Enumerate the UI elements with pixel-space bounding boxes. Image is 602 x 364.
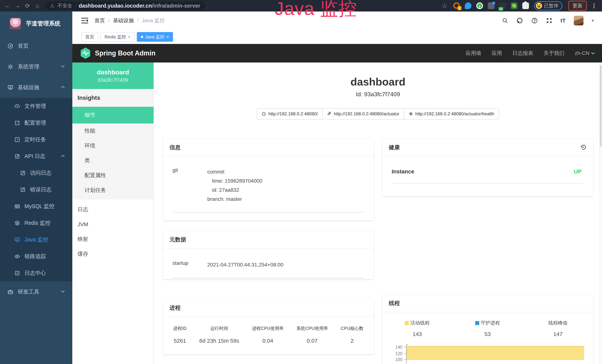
sidebar-collapse-icon[interactable] (81, 18, 88, 23)
help-icon[interactable] (531, 17, 538, 24)
insights-header: Insights (72, 89, 153, 107)
sba-nav-wallboard[interactable]: 应用墙 (466, 50, 481, 57)
git-time-line: time: 1596289704000 (207, 176, 262, 185)
sidebar-item-redis-monitor[interactable]: Redis 监控 (0, 215, 72, 231)
profile-emoji-icon (536, 3, 542, 9)
wrench-icon (327, 112, 332, 116)
sidebar-item-access-log[interactable]: 访问日志 (0, 165, 72, 181)
chrome-update-button[interactable]: 更新 (568, 1, 587, 11)
sidebar-item-config-mgmt[interactable]: 配置管理 (0, 115, 72, 131)
extension-switch-icon[interactable]: on (499, 2, 506, 9)
home-icon[interactable]: ⌂ (33, 3, 42, 9)
extension-pin-icon[interactable] (465, 2, 472, 9)
extension-grid-icon[interactable] (488, 2, 494, 9)
sba-menu-caches[interactable]: 缓存 (72, 247, 153, 261)
sidebar-item-log-center[interactable]: 日志中心 (0, 265, 72, 281)
forward-icon[interactable]: → (13, 3, 22, 9)
sidebar-item-label: 日志中心 (24, 269, 46, 277)
user-menu-caret-icon[interactable]: ▾ (592, 18, 594, 23)
sidebar-item-system-mgmt[interactable]: 系统管理 (0, 56, 72, 77)
sidebar-item-label: API 日志 (24, 153, 45, 160)
annotation-java-monitor: Java 监控 (275, 0, 357, 21)
sidebar-item-java-monitor[interactable]: Java 监控 (0, 231, 72, 248)
main-column: 首页 / 基础设施 / Java 监控 tT ▾ 首页 Redis (72, 11, 602, 364)
sba-menu-config-props[interactable]: 配置属性 (72, 168, 153, 183)
sidebar-item-label: 文件管理 (24, 103, 46, 110)
sidebar-item-label: 系统管理 (18, 63, 39, 70)
sba-menu-classes[interactable]: 类 (72, 153, 153, 168)
insecure-warning-icon[interactable]: ⚠ (50, 3, 54, 9)
sidebar-item-error-log[interactable]: 错误日志 (0, 181, 72, 198)
sba-brand[interactable]: Spring Boot Admin (80, 47, 156, 59)
sidebar-item-scheduled-jobs[interactable]: 定时任务 (0, 131, 72, 148)
cell-value: 2 (341, 338, 364, 344)
service-url-button[interactable]: http://192.168.0.2:48080/ (257, 108, 322, 120)
reload-icon[interactable]: ⟳ (23, 3, 32, 9)
health-url-button[interactable]: http://192.168.0.2:48080/actuator/health (404, 108, 499, 120)
tab-close-icon[interactable]: × (128, 34, 130, 40)
sidebar-item-api-log[interactable]: API 日志 (0, 148, 72, 165)
sidebar-item-label: 配置管理 (24, 119, 46, 127)
threads-area-chart: 140 120 100 (382, 344, 593, 364)
log-edit-icon (14, 153, 20, 159)
extensions-puzzle-icon[interactable] (522, 2, 529, 9)
sba-menu-metrics[interactable]: 性能 (72, 124, 153, 138)
tab-bar: 首页 Redis 监控 × Java 监控 × (72, 30, 602, 44)
legend-value: 53 (452, 331, 523, 337)
sidebar-item-mysql-monitor[interactable]: MySQL 监控 (0, 198, 72, 215)
column-header: 系统CPU使用率 (296, 325, 328, 331)
sba-menu-logging[interactable]: 日志 (72, 202, 153, 217)
extension-y-icon[interactable]: y (476, 2, 483, 9)
sidebar-item-home[interactable]: 首页 (0, 36, 72, 56)
sba-menu-environment[interactable]: 环境 (72, 138, 153, 153)
sba-menu-mappings[interactable]: 映射 (72, 232, 153, 247)
app-logo-image (10, 18, 21, 29)
sba-body: dashboard 93a3fc7f7409 Insights 细节 性能 环境… (72, 63, 602, 364)
actuator-url-label: http://192.168.0.2:48080/actuator (334, 111, 399, 117)
health-status-badge: UP (574, 168, 582, 175)
search-icon[interactable] (502, 17, 508, 24)
gear-icon (7, 64, 13, 70)
app-logo-row[interactable]: 芋道管理系统 (0, 11, 72, 36)
tab-java-monitor[interactable]: Java 监控 × (137, 32, 173, 42)
address-bar[interactable]: ⚠ 不安全 dashboard.yudao.iocoder.cn/infra/a… (45, 1, 205, 10)
actuator-url-button[interactable]: http://192.168.0.2:48080/actuator (322, 108, 404, 120)
tick-mark (405, 347, 406, 347)
content-scrollbar[interactable] (599, 63, 602, 364)
tab-close-icon[interactable]: × (166, 34, 169, 40)
health-url-label: http://192.168.0.2:48080/actuator/health (415, 111, 494, 117)
sba-nav-journal[interactable]: 日志报表 (512, 50, 533, 57)
chevron-down-icon (591, 51, 595, 54)
tab-home[interactable]: 首页 (81, 32, 98, 42)
column-header: 进程ID (173, 325, 186, 331)
sba-nav-applications[interactable]: 应用 (492, 50, 502, 57)
font-size-icon[interactable]: tT (560, 17, 566, 24)
security-label: 不安全 (57, 2, 72, 9)
sidebar-item-infrastructure[interactable]: 基础设施 (0, 77, 72, 98)
history-icon[interactable] (580, 144, 586, 151)
sidebar-item-file-mgmt[interactable]: 文件管理 (0, 98, 72, 115)
sba-instance-block[interactable]: dashboard 93a3fc7f7409 (72, 63, 153, 89)
extension-colorpicker-icon[interactable]: 1 (453, 2, 460, 9)
fullscreen-icon[interactable] (546, 17, 552, 24)
sidebar-item-dev-tools[interactable]: 研发工具 (0, 281, 72, 302)
sba-nav-about[interactable]: 关于我们 (544, 50, 564, 57)
breadcrumb-infrastructure[interactable]: 基础设施 (113, 17, 134, 24)
bookmark-star-icon[interactable]: ☆ (442, 2, 447, 10)
breadcrumb-home[interactable]: 首页 (95, 17, 105, 24)
extension-leaf-icon[interactable] (511, 2, 517, 9)
browser-menu-icon[interactable]: ⋮ (591, 2, 598, 10)
tab-redis-monitor[interactable]: Redis 监控 × (100, 32, 135, 42)
sidebar-item-tracing[interactable]: 链路追踪 (0, 248, 72, 265)
tab-label: Java 监控 (145, 34, 164, 40)
back-icon[interactable]: ← (3, 3, 11, 9)
sba-menu-jvm[interactable]: JVM (72, 217, 153, 232)
health-instance-label[interactable]: Instance (392, 168, 414, 175)
profile-paused-chip[interactable]: 已暂停 (534, 1, 562, 11)
sba-language-select[interactable]: zh-CN (575, 50, 594, 56)
sba-menu-scheduled-tasks[interactable]: 计划任务 (72, 183, 153, 198)
scrollbar-thumb[interactable] (600, 65, 602, 147)
user-avatar[interactable] (574, 16, 583, 25)
github-icon[interactable] (516, 17, 523, 24)
sba-menu-details[interactable]: 细节 (72, 107, 153, 124)
